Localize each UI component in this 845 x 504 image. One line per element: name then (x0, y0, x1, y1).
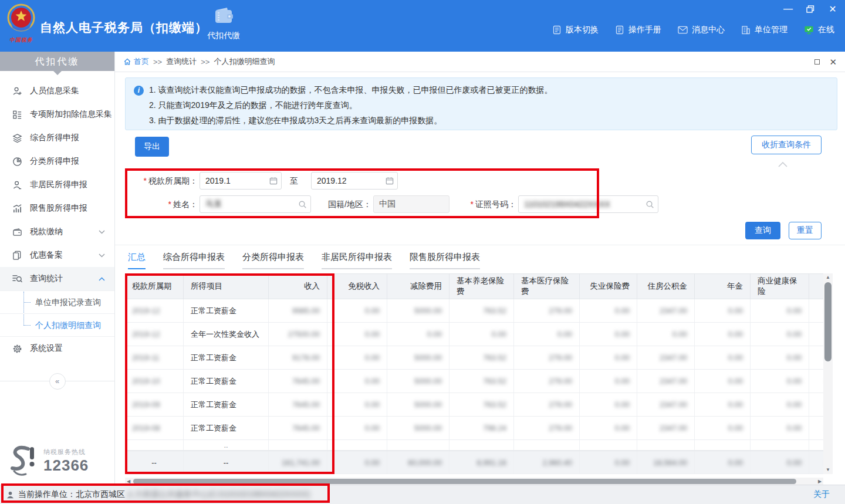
cell-amount-value: 0.00 (615, 400, 630, 409)
header-menu-操作手册[interactable]: 操作手册 (615, 25, 661, 35)
minimize-button[interactable]: — (782, 2, 795, 15)
cell-total-amount: 0.0 (809, 451, 823, 473)
wallet-icon (213, 6, 234, 24)
cell-income-item-value: 全年一次性奖金收入 (191, 329, 259, 340)
restore-button[interactable] (804, 2, 817, 15)
close-button[interactable]: ✕ (826, 2, 839, 15)
cell-amount: 0.00 (695, 417, 751, 439)
cell-amount-value: 0.00 (365, 330, 380, 339)
period-label: 税款所属期： (125, 172, 198, 190)
export-button[interactable]: 导出 (135, 137, 169, 157)
sidebar-subitem-单位申报记录查询[interactable]: 单位申报记录查询 (0, 290, 114, 313)
search-icon[interactable] (298, 200, 307, 209)
sidebar-item-人员信息采集[interactable]: 人员信息采集 (0, 79, 114, 103)
tab-汇总[interactable]: 汇总 (128, 252, 146, 269)
cell-amount: 0.00 (327, 393, 387, 416)
header-menu-版本切换[interactable]: 版本切换 (552, 25, 599, 35)
layers-icon (12, 133, 22, 143)
sidebar-collapse-button[interactable]: « (49, 373, 66, 390)
cell-amount: 0.0 (809, 370, 823, 393)
sidebar-subitem-个人扣缴明细查询[interactable]: 个人扣缴明细查询 (0, 313, 114, 336)
cell-empty (637, 440, 695, 450)
current-unit-visible: 北京市西城区 (76, 489, 125, 500)
scroll-down-arrow[interactable]: ▼ (823, 466, 833, 474)
cell-empty (809, 440, 823, 450)
cell-amount: 27500.00 (269, 323, 327, 346)
hotline-logo-icon (7, 445, 39, 478)
name-field[interactable] (200, 195, 311, 213)
cell-total-amount-value: 8,991.16 (476, 458, 506, 467)
module-tab-withholding[interactable]: 代扣代缴 (201, 6, 246, 41)
name-input[interactable] (200, 196, 310, 212)
header-menu-消息中心[interactable]: 消息中心 (678, 25, 725, 35)
panel-close-icon[interactable]: ✕ (829, 57, 837, 66)
search-icon[interactable] (645, 200, 654, 209)
panel-maximize-icon[interactable] (814, 59, 820, 65)
period-start-field[interactable] (200, 172, 282, 190)
wallet-icon (12, 228, 22, 236)
nationality-field (373, 195, 449, 213)
period-end-field[interactable] (311, 172, 398, 190)
tab-限售股所得申报表[interactable]: 限售股所得申报表 (410, 252, 480, 269)
breadcrumb-home[interactable]: 首页 (123, 56, 149, 67)
id-number-label: 证照号码： (459, 195, 516, 213)
current-unit-label: 当前操作单位： (18, 489, 76, 500)
cell-amount-value: 5000.00 (414, 306, 442, 315)
cell-amount: 7645.00 (269, 417, 327, 439)
cell-empty (751, 440, 809, 450)
id-number-input[interactable] (519, 196, 658, 212)
cell-amount: 0.00 (580, 323, 637, 346)
cell-amount: 798.24 (449, 417, 514, 439)
cell-total-amount-value: 161,741.00 (282, 458, 320, 467)
cell-amount: 0.00 (327, 370, 387, 393)
cell-amount: 0.00 (751, 417, 809, 439)
sidebar-item-优惠备案[interactable]: 优惠备案 (0, 243, 114, 267)
cell-amount: 0.0 (809, 417, 823, 439)
cell-amount: 0.00 (751, 299, 809, 322)
period-end-input[interactable] (312, 172, 397, 189)
sidebar-item-综合所得申报[interactable]: 综合所得申报 (0, 126, 114, 150)
cell-amount: 0.00 (695, 323, 751, 346)
reset-button[interactable]: 重置 (789, 222, 822, 239)
tab-分类所得申报表[interactable]: 分类所得申报表 (242, 252, 304, 269)
horizontal-scroll-thumb[interactable] (133, 479, 796, 484)
sidebar-item-settings[interactable]: 系统设置 (0, 337, 114, 360)
cell-amount: 9985.00 (269, 299, 327, 322)
sidebar-item-非居民所得申报[interactable]: 非居民所得申报 (0, 173, 114, 197)
status-bar: 当前操作单位：北京市西城区人力资源公共服务中心(CJ110102199X0422… (0, 485, 845, 504)
tab-综合所得申报表[interactable]: 综合所得申报表 (163, 252, 225, 269)
cell-period-value: 2019-12 (132, 306, 160, 315)
copy-icon (12, 251, 22, 261)
table-header-税: 税 (809, 274, 823, 299)
id-number-field[interactable] (518, 195, 658, 213)
cell-amount: 279.00 (514, 370, 580, 393)
header-menu-在线[interactable]: 在线 (804, 25, 834, 35)
sidebar-item-label: 税款缴纳 (30, 226, 63, 237)
vertical-scrollbar[interactable]: ▲ ▼ (823, 273, 833, 474)
calendar-icon[interactable] (269, 177, 278, 185)
sidebar-item-分类所得申报[interactable]: 分类所得申报 (0, 150, 114, 173)
scroll-up-arrow[interactable]: ▲ (823, 273, 833, 282)
query-button[interactable]: 查询 (745, 222, 780, 239)
sidebar-item-税款缴纳[interactable]: 税款缴纳 (0, 220, 114, 243)
about-link[interactable]: 关于 (813, 489, 830, 500)
collapse-query-button[interactable]: 收折查询条件 (751, 136, 822, 154)
vertical-scroll-thumb[interactable] (824, 282, 832, 361)
sidebar-item-查询统计[interactable]: 查询统计 (0, 267, 114, 290)
cell-amount-value: 798.24 (483, 424, 506, 432)
sidebar-item-专项附加扣除信息采集[interactable]: 专项附加扣除信息采集 (0, 103, 114, 126)
sidebar-item-label: 优惠备案 (30, 250, 63, 261)
table-header-年金: 年金 (695, 274, 751, 299)
calendar-icon[interactable] (386, 177, 394, 185)
cell-total-amount-value: 0.00 (787, 458, 802, 467)
sidebar-item-限售股所得申报[interactable]: 限售股所得申报 (0, 197, 114, 220)
cell-amount-value: 0.00 (787, 330, 802, 339)
cell-amount-value: 27500.00 (288, 330, 320, 339)
cell-period: 2019-11 (125, 346, 184, 369)
cell-amount: 0.00 (637, 323, 695, 346)
breadcrumb-item[interactable]: 查询统计 (166, 56, 197, 67)
tab-非居民所得申报表[interactable]: 非居民所得申报表 (322, 252, 392, 269)
cell-amount-value: 2347.00 (660, 377, 687, 385)
header-menu-单位管理[interactable]: 单位管理 (741, 25, 787, 35)
cell-total-amount: 0.00 (327, 451, 387, 473)
